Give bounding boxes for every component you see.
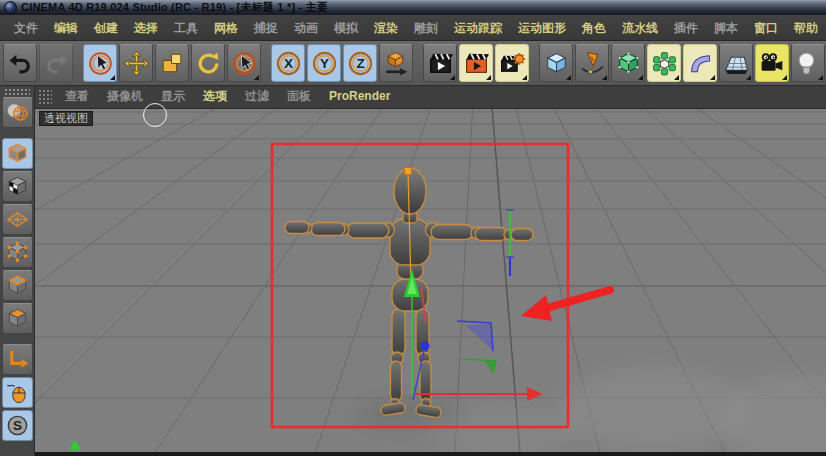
menu-item-motion-tracker[interactable]: 运动跟踪 (446, 16, 510, 40)
floor-sky-button[interactable] (719, 44, 753, 82)
x-axis-arrow (527, 387, 543, 401)
mograph-cloner-icon (651, 50, 678, 77)
green-angle-widget (462, 359, 497, 361)
menu-item-script[interactable]: 脚本 (706, 16, 746, 40)
viewport-menu-item-view[interactable]: 查看 (56, 86, 98, 107)
menu-item-file[interactable]: 文件 (6, 16, 46, 40)
subdivision-surface-icon (615, 50, 642, 77)
menu-item-mograph[interactable]: 运动图形 (510, 16, 574, 40)
viewport-solo-button[interactable] (2, 377, 33, 408)
window-title: CINEMA 4D R19.024 Studio (RC - R19) - [未… (21, 0, 328, 15)
camera-button[interactable] (755, 44, 789, 82)
menu-item-help[interactable]: 帮助 (786, 16, 826, 40)
light-button[interactable] (791, 44, 825, 82)
svg-text:Y: Y (319, 56, 328, 71)
coordinate-system-icon (383, 50, 410, 77)
edges-mode-button[interactable] (2, 270, 33, 301)
axis-y-icon: Y (311, 50, 338, 77)
deformer-button[interactable] (683, 44, 717, 82)
enable-axis-icon (5, 347, 30, 372)
render-view-button[interactable] (423, 44, 457, 82)
render-settings-icon (499, 50, 526, 77)
texture-mode-button[interactable] (2, 171, 33, 202)
menu-item-plugins[interactable]: 插件 (666, 16, 706, 40)
sidebar-drag-handle[interactable] (4, 88, 30, 95)
edges-mode-icon (5, 273, 30, 298)
points-mode-button[interactable] (2, 237, 33, 268)
menu-item-sculpt[interactable]: 雕刻 (406, 16, 446, 40)
axis-x-icon: X (275, 50, 302, 77)
snap-button[interactable]: S (2, 410, 33, 441)
render-settings-button[interactable] (495, 44, 529, 82)
undo-button[interactable] (3, 44, 37, 82)
polygons-mode-button[interactable] (2, 303, 33, 334)
redo-button[interactable] (39, 44, 73, 82)
viewport-view-label: 透视视图 (39, 111, 93, 126)
pen-spline-icon (579, 50, 606, 77)
menu-item-edit[interactable]: 编辑 (46, 16, 86, 40)
viewport-menu-drag-handle[interactable] (38, 89, 52, 105)
add-cube-button[interactable] (539, 44, 573, 82)
selection-tool-button[interactable] (227, 44, 261, 82)
menu-item-window[interactable]: 窗口 (746, 16, 786, 40)
brush-cursor-circle (143, 103, 167, 127)
menu-item-mesh[interactable]: 网格 (206, 16, 246, 40)
axis-z-icon: Z (347, 50, 374, 77)
live-selection-button[interactable] (83, 44, 117, 82)
menu-item-pipeline[interactable]: 流水线 (614, 16, 666, 40)
pen-spline-button[interactable] (575, 44, 609, 82)
lock-y-axis-button[interactable]: Y (307, 44, 341, 82)
svg-text:Z: Z (356, 56, 364, 71)
lock-z-axis-button[interactable]: Z (343, 44, 377, 82)
menu-item-create[interactable]: 创建 (86, 16, 126, 40)
menu-item-character[interactable]: 角色 (574, 16, 614, 40)
render-picture-viewer-icon (463, 50, 490, 77)
menu-item-simulate[interactable]: 模拟 (326, 16, 366, 40)
svg-text:S: S (13, 418, 22, 433)
viewport-panel: 查看摄像机显示选项过滤面板ProRender 透视视图 (35, 86, 826, 456)
model-mode-button[interactable] (2, 138, 33, 169)
make-editable-button[interactable] (2, 97, 33, 128)
lock-x-axis-button[interactable]: X (271, 44, 305, 82)
mograph-cloner-button[interactable] (647, 44, 681, 82)
rotate-button[interactable] (191, 44, 225, 82)
floor-grid-icon (723, 50, 750, 77)
viewport-menu-item-filter[interactable]: 过滤 (236, 86, 278, 107)
render-picture-viewer-button[interactable] (459, 44, 493, 82)
knee-joint-handle (421, 341, 430, 350)
world-axis-indicator (69, 440, 81, 452)
menu-item-render[interactable]: 渲染 (366, 16, 406, 40)
viewport-menu-item-cameras[interactable]: 摄像机 (98, 86, 152, 107)
scale-button[interactable] (155, 44, 189, 82)
menu-item-animate[interactable]: 动画 (286, 16, 326, 40)
scale-icon (159, 50, 186, 77)
light-icon (795, 50, 822, 77)
make-editable-icon (5, 100, 30, 125)
head-joint-handle (405, 167, 412, 174)
enable-axis-button[interactable] (2, 344, 33, 375)
perspective-viewport[interactable]: 透视视图 (35, 109, 826, 452)
texture-mode-icon (5, 174, 30, 199)
render-view-icon (427, 50, 454, 77)
cinema4d-logo-icon (4, 1, 17, 14)
viewport-menu-item-prorender[interactable]: ProRender (320, 86, 399, 107)
toolbar: XYZ (0, 41, 826, 86)
polygons-mode-icon (5, 306, 30, 331)
menu-item-tools[interactable]: 工具 (166, 16, 206, 40)
viewport-menu-item-panel[interactable]: 面板 (278, 86, 320, 107)
coordinate-system-button[interactable] (379, 44, 413, 82)
menu-item-select[interactable]: 选择 (126, 16, 166, 40)
workplane-icon (5, 207, 30, 232)
workplane-mode-button[interactable] (2, 204, 33, 235)
mouse-icon (5, 380, 30, 405)
menu-item-snap[interactable]: 捕捉 (246, 16, 286, 40)
pointer-arrow-annotation (521, 290, 610, 321)
subdivision-surface-button[interactable] (611, 44, 645, 82)
rotate-icon (195, 50, 222, 77)
work-area: S 查看摄像机显示选项过滤面板ProRender 透视视图 (0, 86, 826, 456)
viewport-menu-item-options[interactable]: 选项 (194, 86, 236, 107)
viewport-canvas[interactable] (35, 109, 826, 452)
move-button[interactable] (119, 44, 153, 82)
move-icon (123, 50, 150, 77)
mode-sidebar: S (0, 86, 35, 456)
